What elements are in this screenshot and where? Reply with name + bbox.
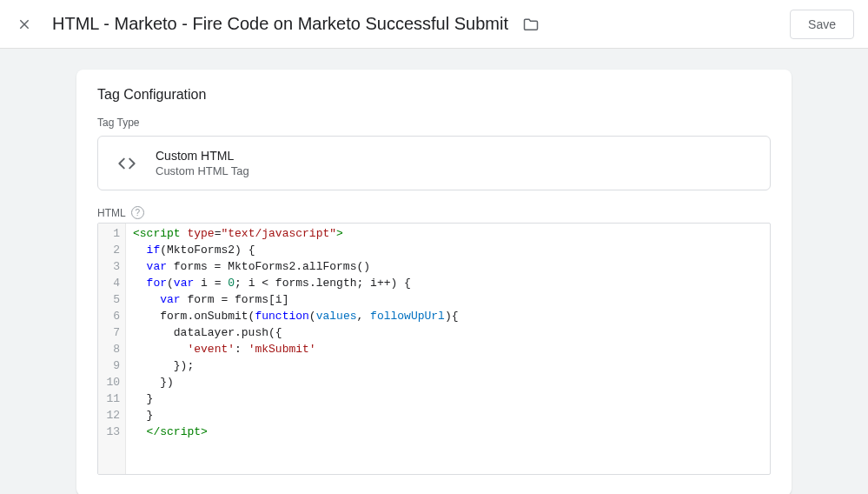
code-line[interactable]: for(var i = 0; i < forms.length; i++) { (133, 275, 763, 291)
code-line[interactable]: } (133, 391, 763, 407)
html-code-editor[interactable]: 12345678910111213 <script type="text/jav… (97, 223, 771, 475)
code-content[interactable]: <script type="text/javascript"> if(MktoF… (126, 224, 770, 474)
line-number: 11 (105, 391, 120, 407)
tag-type-name: Custom HTML (156, 149, 249, 163)
line-number: 12 (105, 407, 120, 424)
html-field-label: HTML (97, 207, 126, 219)
code-line[interactable]: 'event': 'mkSubmit' (133, 341, 763, 357)
close-icon[interactable] (14, 14, 35, 35)
code-line[interactable]: dataLayer.push({ (133, 324, 763, 341)
code-line[interactable]: } (133, 407, 763, 424)
line-number: 6 (105, 308, 120, 324)
code-line[interactable]: }); (133, 357, 763, 374)
code-brackets-icon (114, 150, 140, 177)
tag-type-texts: Custom HTML Custom HTML Tag (156, 149, 249, 177)
content-area: Tag Configuration Tag Type Custom HTML C… (0, 49, 868, 494)
save-button[interactable]: Save (790, 10, 854, 39)
header-bar: HTML - Marketo - Fire Code on Marketo Su… (0, 0, 868, 49)
code-line[interactable]: }) (133, 374, 763, 391)
line-number-gutter: 12345678910111213 (98, 224, 126, 474)
code-line[interactable]: <script type="text/javascript"> (133, 225, 763, 242)
code-line[interactable]: </script> (133, 424, 763, 440)
folder-icon[interactable] (522, 16, 540, 33)
code-line[interactable]: var form = forms[i] (133, 291, 763, 308)
line-number: 2 (105, 242, 120, 258)
tag-type-desc: Custom HTML Tag (156, 164, 249, 177)
line-number: 7 (105, 324, 120, 341)
line-number: 5 (105, 291, 120, 308)
line-number: 1 (105, 225, 120, 242)
code-line[interactable]: if(MktoForms2) { (133, 242, 763, 258)
line-number: 3 (105, 258, 120, 275)
code-line[interactable]: form.onSubmit(function(values, followUpU… (133, 308, 763, 324)
help-icon[interactable]: ? (131, 206, 144, 219)
line-number: 8 (105, 341, 120, 357)
page-title[interactable]: HTML - Marketo - Fire Code on Marketo Su… (52, 14, 508, 34)
line-number: 10 (105, 374, 120, 391)
line-number: 9 (105, 357, 120, 374)
tag-type-selector[interactable]: Custom HTML Custom HTML Tag (97, 136, 771, 190)
code-line[interactable]: var forms = MktoForms2.allForms() (133, 258, 763, 275)
tag-type-label: Tag Type (97, 117, 771, 129)
html-label-row: HTML ? (97, 206, 771, 219)
tag-config-card: Tag Configuration Tag Type Custom HTML C… (76, 70, 792, 494)
line-number: 4 (105, 275, 120, 291)
line-number: 13 (105, 424, 120, 440)
section-title: Tag Configuration (97, 87, 771, 103)
